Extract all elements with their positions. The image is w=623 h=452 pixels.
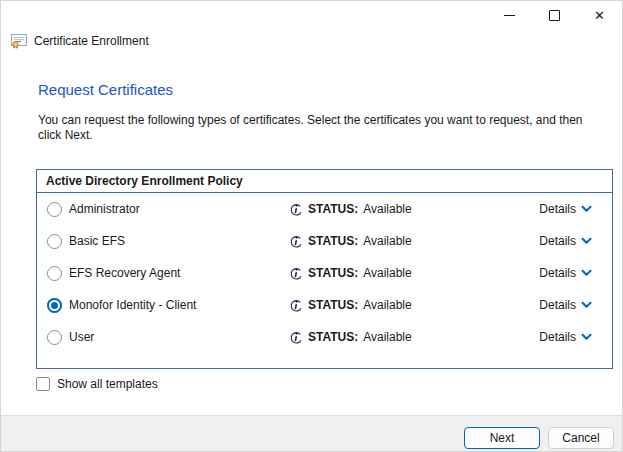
radio-button-selected[interactable]: [47, 298, 62, 313]
template-list: Active Directory Enrollment Policy Admin…: [36, 169, 613, 369]
status-value: Available: [363, 266, 411, 280]
status-label: STATUS:: [308, 298, 358, 312]
details-label: Details: [539, 330, 576, 344]
details-toggle[interactable]: Details: [539, 298, 592, 312]
window-controls: ✕: [487, 1, 622, 29]
status-label: STATUS:: [308, 266, 358, 280]
template-name: EFS Recovery Agent: [69, 266, 180, 280]
chevron-down-icon: [581, 269, 592, 277]
status-label: STATUS:: [308, 330, 358, 344]
minimize-icon: [504, 15, 515, 16]
maximize-button[interactable]: [532, 1, 577, 29]
template-row-administrator[interactable]: Administrator STATUS: Available Details: [37, 193, 612, 225]
chevron-down-icon: [581, 237, 592, 245]
info-icon: [289, 298, 303, 313]
status-value: Available: [363, 202, 411, 216]
template-name: User: [69, 330, 94, 344]
status-value: Available: [363, 330, 411, 344]
enrollment-policy-header: Active Directory Enrollment Policy: [37, 170, 612, 193]
details-toggle[interactable]: Details: [539, 234, 592, 248]
info-icon: [289, 234, 303, 249]
chevron-down-icon: [581, 205, 592, 213]
status-group: STATUS: Available: [289, 234, 412, 249]
radio-button[interactable]: [47, 202, 62, 217]
window-title: Certificate Enrollment: [34, 34, 149, 48]
info-icon: [289, 266, 303, 281]
status-group: STATUS: Available: [289, 266, 412, 281]
details-label: Details: [539, 298, 576, 312]
info-icon: [289, 330, 303, 345]
certificate-enrollment-window: ✕ Certificate Enrollment Request Certifi…: [0, 0, 623, 452]
app-header: Certificate Enrollment: [11, 33, 149, 49]
template-row-user[interactable]: User STATUS: Available Details: [37, 321, 612, 353]
page-title: Request Certificates: [38, 81, 173, 98]
status-value: Available: [363, 298, 411, 312]
info-icon: [289, 202, 303, 217]
show-all-templates-row[interactable]: Show all templates: [36, 377, 158, 391]
details-label: Details: [539, 234, 576, 248]
close-icon: ✕: [594, 9, 605, 22]
details-label: Details: [539, 202, 576, 216]
details-toggle[interactable]: Details: [539, 202, 592, 216]
status-value: Available: [363, 234, 411, 248]
details-toggle[interactable]: Details: [539, 330, 592, 344]
template-row-basic-efs[interactable]: Basic EFS STATUS: Available Details: [37, 225, 612, 257]
next-button[interactable]: Next: [464, 427, 540, 449]
show-all-templates-checkbox[interactable]: [36, 377, 50, 391]
status-label: STATUS:: [308, 202, 358, 216]
chevron-down-icon: [581, 301, 592, 309]
chevron-down-icon: [581, 333, 592, 341]
template-name: Basic EFS: [69, 234, 125, 248]
radio-button[interactable]: [47, 234, 62, 249]
radio-button[interactable]: [47, 266, 62, 281]
template-name: Administrator: [69, 202, 140, 216]
certificate-icon: [11, 33, 28, 49]
status-group: STATUS: Available: [289, 202, 412, 217]
close-button[interactable]: ✕: [577, 1, 622, 29]
status-group: STATUS: Available: [289, 330, 412, 345]
details-label: Details: [539, 266, 576, 280]
status-group: STATUS: Available: [289, 298, 412, 313]
status-label: STATUS:: [308, 234, 358, 248]
minimize-button[interactable]: [487, 1, 532, 29]
template-name: Monofor Identity - Client: [69, 298, 196, 312]
show-all-templates-label: Show all templates: [57, 377, 158, 391]
footer-bar: Next Cancel: [1, 415, 622, 452]
radio-button[interactable]: [47, 330, 62, 345]
details-toggle[interactable]: Details: [539, 266, 592, 280]
template-row-efs-recovery-agent[interactable]: EFS Recovery Agent STATUS: Available Det…: [37, 257, 612, 289]
template-row-monofor-identity-client[interactable]: Monofor Identity - Client STATUS: Availa…: [37, 289, 612, 321]
cancel-button[interactable]: Cancel: [548, 427, 614, 449]
maximize-icon: [549, 10, 560, 21]
intro-text: You can request the following types of c…: [38, 113, 594, 143]
